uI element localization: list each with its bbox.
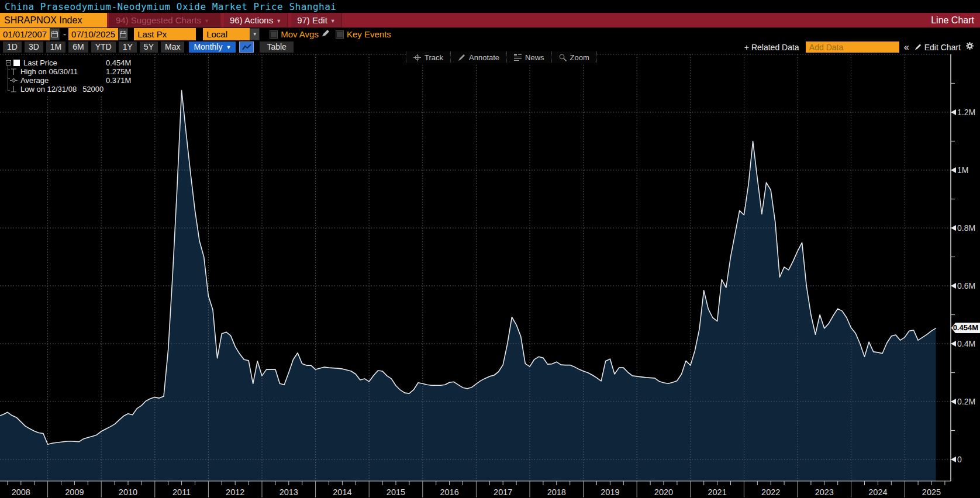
x-axis-year-label: 2013 (279, 487, 298, 497)
calendar-icon (120, 31, 126, 37)
range-button-1d[interactable]: 1D (3, 42, 22, 53)
legend-row-last-price[interactable]: Last Price 0.454M (6, 58, 125, 67)
legend-value: 52000 (82, 85, 103, 94)
y-tick-arrow-icon (951, 341, 956, 347)
y-tick-arrow-icon (951, 456, 956, 462)
menu-bar: SHRAPNOX Index 94) Suggested Charts▼ 96)… (0, 13, 980, 27)
view-mode-label: Line Chart (931, 13, 980, 27)
collapse-panel-button[interactable]: « (899, 42, 914, 53)
edit-chart-button[interactable]: Edit Chart (914, 43, 965, 52)
zoom-button[interactable]: Zoom (551, 51, 597, 63)
range-button-ytd[interactable]: YTD (91, 42, 116, 53)
range-button-1y[interactable]: 1Y (119, 42, 137, 53)
y-tick-arrow-icon (951, 167, 956, 173)
chart-region: 00.2M0.4M0.6M0.8M1M1.2M20082009201020112… (0, 53, 980, 498)
range-button-max[interactable]: Max (161, 42, 184, 53)
legend-value: 0.454M (106, 58, 131, 67)
range-button-1m[interactable]: 1M (46, 42, 65, 53)
x-axis-year-label: 2020 (654, 487, 673, 497)
y-tick-arrow-icon (951, 225, 956, 231)
news-button[interactable]: News (506, 51, 551, 63)
chevron-down-icon: ▼ (204, 18, 209, 24)
key-events-label[interactable]: Key Events (347, 29, 391, 39)
chart-type-button[interactable] (239, 42, 254, 53)
mov-avgs-checkbox[interactable] (270, 31, 277, 38)
end-date-calendar-button[interactable] (118, 28, 128, 40)
legend-row-high: High on 06/30/11 1.275M (6, 67, 125, 76)
x-axis-year-label: 2016 (440, 487, 458, 497)
range-button-3d[interactable]: 3D (25, 42, 43, 53)
edit-menu-button[interactable]: 97) Edit▼ (291, 13, 342, 27)
related-data-button[interactable]: + Related Data (744, 43, 802, 52)
track-button[interactable]: Track (406, 51, 450, 63)
chart-settings-gear-button[interactable] (965, 42, 980, 53)
date-range-separator: - (61, 29, 68, 39)
bloomberg-terminal-window: China Praseodymium-Neodymium Oxide Marke… (0, 0, 980, 498)
table-button[interactable]: Table (260, 42, 293, 53)
chevron-down-icon: ▼ (226, 44, 231, 50)
high-marker-icon (10, 68, 18, 75)
price-area-fill (0, 91, 936, 481)
series-swatch-icon (13, 60, 20, 66)
chart-legend[interactable]: Last Price 0.454M High on 06/30/11 1.275… (2, 56, 129, 96)
add-data-input[interactable] (806, 42, 899, 53)
frequency-select[interactable]: Monthly▼ (189, 42, 236, 53)
x-axis-year-label: 2023 (815, 487, 834, 497)
x-axis-year-label: 2015 (387, 487, 405, 497)
annotate-label: Annotate (469, 53, 499, 62)
actions-button[interactable]: 96) Actions▼ (224, 13, 288, 27)
y-axis-label: 1M (957, 165, 968, 175)
actions-label: 96) Actions (230, 15, 273, 25)
legend-row-low: Low on 12/31/08 52000 (6, 85, 125, 94)
y-tick-arrow-icon (951, 109, 956, 115)
average-marker-icon (10, 77, 18, 84)
range-button-group: 1D3D1M6MYTD1Y5YMax (0, 42, 184, 53)
x-axis-year-label: 2022 (761, 487, 780, 497)
calendar-icon (51, 31, 58, 37)
legend-label: Low on 12/31/08 (20, 85, 77, 94)
mov-avgs-pencil-icon[interactable] (321, 29, 329, 40)
news-label: News (525, 53, 544, 62)
start-date-input[interactable]: 01/01/2007 (0, 28, 50, 40)
pencil-icon (914, 43, 922, 51)
suggested-charts-label: 94) Suggested Charts (116, 15, 201, 25)
page-title: China Praseodymium-Neodymium Oxide Marke… (5, 1, 336, 12)
y-axis-label: 0 (957, 455, 962, 464)
crosshair-icon (413, 54, 421, 61)
currency-select[interactable]: Local CCY (203, 28, 250, 40)
chart-plot-area[interactable]: 00.2M0.4M0.6M0.8M1M1.2M20082009201020112… (0, 53, 980, 498)
legend-value: 0.371M (106, 76, 131, 85)
x-axis-year-label: 2021 (708, 487, 726, 497)
price-field-select[interactable]: Last Px (134, 28, 196, 40)
annotate-button[interactable]: Annotate (450, 51, 506, 63)
x-axis-year-label: 2018 (547, 487, 566, 497)
range-button-6m[interactable]: 6M (68, 42, 88, 53)
last-price-badge: 0.454M (951, 323, 980, 333)
currency-dropdown-button[interactable]: ▼ (250, 28, 260, 40)
y-tick-arrow-icon (951, 283, 956, 289)
legend-collapse-icon[interactable] (6, 60, 11, 65)
low-marker-icon (10, 85, 18, 93)
suggested-charts-button[interactable]: 94) Suggested Charts▼ (109, 13, 220, 27)
end-date-input[interactable]: 07/10/2025 (68, 28, 118, 40)
x-axis-year-label: 2010 (119, 487, 137, 497)
x-axis-year-label: 2008 (12, 487, 30, 497)
edit-chart-label: Edit Chart (924, 43, 961, 52)
range-button-5y[interactable]: 5Y (140, 42, 158, 53)
mov-avgs-label[interactable]: Mov Avgs (281, 29, 319, 39)
y-axis-label: 0.4M (957, 339, 975, 348)
chart-hover-toolbar: Track Annotate News Zoom (406, 51, 597, 63)
chevron-down-icon: ▼ (330, 18, 336, 24)
x-axis-year-label: 2025 (922, 487, 941, 497)
y-axis-label: 0.6M (957, 281, 975, 290)
legend-label: High on 06/30/11 (20, 67, 78, 76)
zoom-label: Zoom (570, 53, 589, 62)
x-axis-year-label: 2019 (601, 487, 619, 497)
x-axis-year-label: 2011 (172, 487, 191, 497)
y-axis-label: 1.2M (957, 108, 975, 117)
start-date-calendar-button[interactable] (50, 28, 60, 40)
key-events-checkbox[interactable] (336, 31, 343, 38)
gear-icon (965, 42, 974, 50)
ticker-input[interactable]: SHRAPNOX Index (0, 13, 107, 27)
x-axis-year-label: 2012 (226, 487, 244, 497)
